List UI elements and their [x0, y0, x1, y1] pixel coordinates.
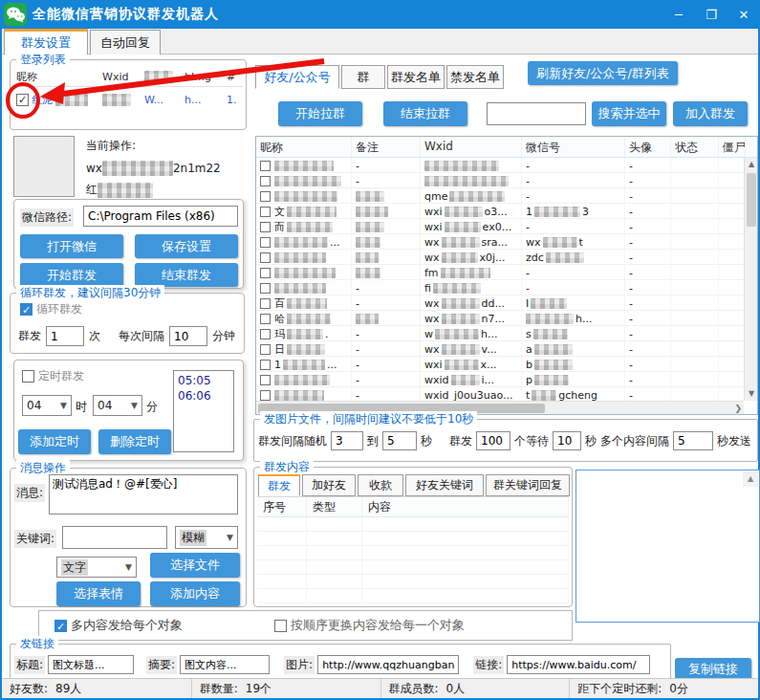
tab-send-list[interactable]: 群发名单: [387, 65, 445, 89]
interval-unit: 分钟: [212, 328, 235, 344]
content-tab-add-friend[interactable]: 加好友: [302, 474, 356, 496]
tab-ban-list[interactable]: 禁发名单: [446, 65, 504, 89]
content-tab-mass-send[interactable]: 群发: [258, 474, 300, 496]
link-title-input[interactable]: [48, 655, 134, 674]
row-checkbox[interactable]: [260, 329, 271, 339]
delete-timer-button[interactable]: 删除定时: [98, 429, 171, 454]
scrollbar-thumb[interactable]: [747, 173, 756, 227]
scroll-up-icon[interactable]: ▲: [743, 471, 758, 487]
link-url-input[interactable]: [507, 655, 650, 674]
start-pull-group-button[interactable]: 开始拉群: [278, 101, 362, 126]
login-table: 昵称 Wxid hImg # 红泥 W... h... 1.: [13, 68, 243, 126]
close-button[interactable]: ✕: [727, 0, 760, 29]
interval-max-input[interactable]: [382, 431, 417, 450]
log-listbox[interactable]: ▲: [575, 470, 760, 623]
scroll-down-icon[interactable]: ▼: [745, 387, 758, 401]
minimize-button[interactable]: ─: [662, 0, 695, 29]
scroll-right-icon[interactable]: ❯: [734, 402, 742, 415]
friend-row[interactable]: 哈wxn7...h...-: [256, 311, 744, 326]
send-times-input[interactable]: [46, 326, 84, 346]
friend-row[interactable]: 百-wxdd...I-: [256, 295, 744, 311]
end-mass-send-button[interactable]: 结束群发: [135, 263, 238, 287]
friend-row[interactable]: 文wxio3...13-: [256, 204, 744, 219]
search-input[interactable]: [487, 102, 586, 125]
timer-list[interactable]: 05:0506:06: [173, 370, 234, 452]
friend-row[interactable]: 玛.-wh...s-: [256, 326, 744, 341]
login-row[interactable]: 红泥 W... h... 1.: [13, 87, 243, 112]
start-mass-send-button[interactable]: 开始群发: [20, 263, 123, 287]
select-file-button[interactable]: 选择文件: [150, 553, 240, 578]
wait-seconds-input[interactable]: [553, 431, 581, 450]
save-settings-button[interactable]: 保存设置: [135, 234, 238, 258]
loop-send-checkbox[interactable]: [20, 303, 33, 316]
row-checkbox[interactable]: [260, 298, 271, 309]
content-tab-collect-payment[interactable]: 收款: [358, 474, 403, 496]
friend-row[interactable]: qme--: [256, 188, 744, 204]
minute-select[interactable]: 04▼: [93, 395, 142, 416]
interval-input[interactable]: [169, 326, 207, 346]
wechat-path-input[interactable]: [83, 206, 238, 227]
row-checkbox[interactable]: [260, 176, 271, 186]
row-checkbox[interactable]: [260, 344, 271, 355]
friend-row[interactable]: -fi--: [256, 280, 744, 295]
add-timer-button[interactable]: 添加定时: [18, 429, 91, 454]
scroll-up-icon[interactable]: ▲: [745, 158, 758, 171]
tab-friends-official[interactable]: 好友/公众号: [255, 65, 339, 89]
link-digest-input[interactable]: [180, 655, 270, 674]
keyword-input[interactable]: [62, 526, 167, 549]
friend-row[interactable]: -wxidi...p-: [256, 372, 744, 387]
end-pull-group-button[interactable]: 结束拉群: [383, 101, 467, 126]
refresh-lists-button[interactable]: 刷新好友/公众号/群列表: [528, 61, 678, 85]
multi-content-interval-input[interactable]: [673, 431, 713, 450]
tab-mass-send-settings[interactable]: 群发设置: [4, 29, 88, 55]
friend-row[interactable]: wxx0j...zdc-: [256, 250, 744, 265]
batch-count-input[interactable]: [476, 431, 510, 450]
search-select-button[interactable]: 搜索并选中: [592, 101, 666, 126]
friend-row[interactable]: fm--: [256, 265, 744, 280]
login-row-checkbox[interactable]: [16, 94, 29, 106]
timer-list-item[interactable]: 06:06: [178, 388, 229, 404]
row-checkbox[interactable]: [260, 191, 271, 202]
row-checkbox[interactable]: [260, 252, 271, 263]
row-checkbox[interactable]: [260, 222, 271, 232]
cell-text: ex0...: [483, 221, 512, 233]
row-checkbox[interactable]: [260, 390, 271, 401]
match-mode-select[interactable]: 模糊▼: [175, 526, 238, 549]
tab-groups[interactable]: 群: [341, 65, 385, 89]
friend-row[interactable]: 而wxiex0...--: [256, 219, 744, 234]
friend-row[interactable]: ...wxsra...wxt-: [256, 234, 744, 250]
row-checkbox[interactable]: [260, 375, 271, 385]
row-checkbox[interactable]: [260, 268, 271, 278]
row-checkbox[interactable]: [260, 161, 271, 171]
friend-row[interactable]: 1...-wxix...b-: [256, 357, 744, 372]
content-tab-group-keyword-reply[interactable]: 群关键词回复: [486, 474, 570, 496]
add-to-send-button[interactable]: 加入群发: [673, 101, 748, 126]
interval-min-input[interactable]: [331, 431, 363, 450]
friend-wxid-cell: wxn7...: [421, 311, 522, 326]
scheduled-send-checkbox[interactable]: [22, 370, 34, 383]
sequential-content-checkbox[interactable]: [274, 620, 287, 632]
row-checkbox[interactable]: [260, 360, 271, 370]
friend-row[interactable]: ---: [256, 173, 744, 188]
content-tab-friend-keyword[interactable]: 好友关键词: [405, 474, 484, 496]
row-checkbox[interactable]: [260, 207, 271, 217]
content-type-select[interactable]: 文字▼: [56, 557, 137, 578]
message-input[interactable]: 测试消息ad！@#[爱心]: [49, 474, 238, 514]
row-checkbox[interactable]: [260, 237, 271, 248]
hour-select[interactable]: 04▼: [22, 395, 72, 416]
friend-row[interactable]: -wxid_j0ou3uao...tgcheng-: [256, 387, 744, 401]
link-picture-input[interactable]: [317, 655, 459, 674]
redacted-text: [144, 71, 173, 83]
friend-row[interactable]: 日-wxv...a-: [256, 341, 744, 357]
multi-content-per-target-checkbox[interactable]: [54, 620, 67, 632]
select-emoji-button[interactable]: 选择表情: [56, 581, 141, 606]
vertical-scrollbar[interactable]: ▲ ▼: [744, 158, 757, 401]
row-checkbox[interactable]: [260, 283, 271, 294]
row-checkbox[interactable]: [260, 314, 271, 324]
add-content-button[interactable]: 添加内容: [150, 581, 240, 606]
open-wechat-button[interactable]: 打开微信: [20, 234, 123, 258]
maximize-button[interactable]: ❐: [695, 0, 727, 29]
friend-row[interactable]: ---: [256, 158, 744, 173]
tab-auto-reply[interactable]: 自动回复: [90, 30, 161, 55]
timer-list-item[interactable]: 05:05: [178, 373, 229, 388]
